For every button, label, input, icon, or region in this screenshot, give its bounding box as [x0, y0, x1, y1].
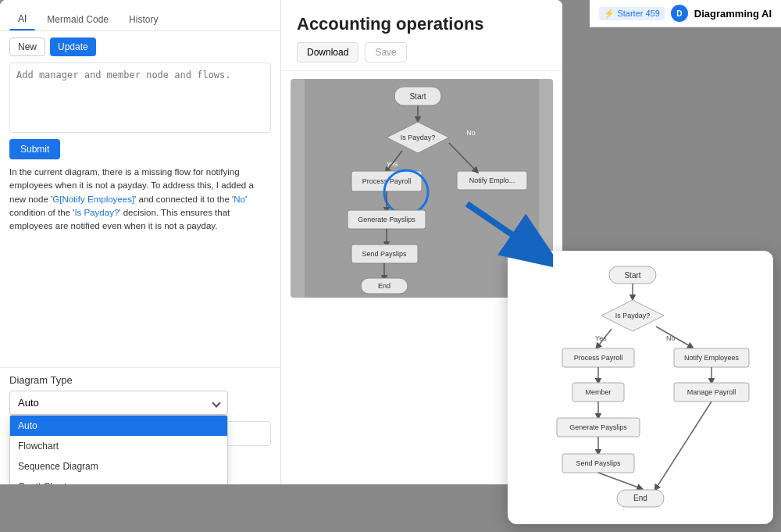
- diagram-type-section: Diagram Type Auto Auto Flowchart Sequenc…: [0, 367, 280, 484]
- download-button[interactable]: Download: [297, 42, 358, 62]
- save-button[interactable]: Save: [365, 42, 406, 62]
- svg-text:Is Payday?: Is Payday?: [615, 312, 651, 320]
- svg-text:Start: Start: [624, 271, 640, 280]
- top-bar: ⚡ Starter 459 D Diagramming AI: [590, 0, 781, 27]
- svg-text:Is Payday?: Is Payday?: [401, 134, 436, 141]
- svg-text:Yes: Yes: [595, 334, 607, 342]
- credits-count: 459: [645, 9, 659, 18]
- svg-text:Send Payslips: Send Payslips: [362, 250, 407, 258]
- action-bar: Download Save: [297, 42, 547, 62]
- dropdown-container: Auto Auto Flowchart Sequence Diagram Gan…: [9, 391, 228, 415]
- highlight-no: No: [234, 195, 245, 204]
- svg-line-52: [656, 402, 711, 488]
- diagram-type-label: Diagram Type: [9, 374, 271, 386]
- option-gantt[interactable]: Gantt Chart: [10, 477, 227, 484]
- app-window: AI Mermaid Code History New Update Submi…: [0, 0, 562, 484]
- info-text: In the current diagram, there is a missi…: [9, 166, 271, 239]
- highlight-decision: Is Payday?: [74, 208, 119, 217]
- svg-text:Send Payslips: Send Payslips: [576, 459, 621, 467]
- sidebar: AI Mermaid Code History New Update Submi…: [0, 0, 281, 484]
- svg-text:End: End: [378, 282, 390, 290]
- svg-text:Generate Payslips: Generate Payslips: [358, 216, 415, 223]
- svg-line-34: [656, 327, 691, 347]
- update-button[interactable]: Update: [50, 37, 96, 56]
- diagram-type-dropdown: Auto Flowchart Sequence Diagram Gantt Ch…: [9, 415, 228, 484]
- page-title: Accounting operations: [297, 14, 547, 34]
- starter-label: Starter: [617, 9, 643, 18]
- svg-text:Notify Emplo...: Notify Emplo...: [469, 177, 515, 184]
- svg-text:Process Payroll: Process Payroll: [574, 354, 623, 362]
- selected-option: Auto: [18, 397, 39, 409]
- content-header: Accounting operations Download Save: [281, 0, 562, 71]
- svg-text:No: No: [466, 129, 476, 137]
- svg-line-25: [467, 204, 553, 262]
- svg-text:End: End: [633, 494, 647, 502]
- svg-text:Manage Payroll: Manage Payroll: [687, 388, 736, 396]
- app-logo: D: [671, 5, 688, 22]
- flowchart-container: Start Is Payday? Yes No Process Payroll: [291, 79, 553, 298]
- svg-text:Generate Payslips: Generate Payslips: [569, 423, 627, 431]
- tab-history[interactable]: History: [120, 9, 166, 30]
- option-auto[interactable]: Auto: [10, 416, 227, 436]
- chevron-down-icon: [212, 398, 220, 407]
- tab-ai[interactable]: AI: [9, 8, 35, 30]
- main-input[interactable]: [9, 62, 271, 133]
- app-name-label: Diagramming AI: [694, 8, 772, 20]
- text-area-container: Submit In the current diagram, there is …: [0, 62, 280, 367]
- svg-text:Member: Member: [585, 388, 611, 396]
- second-diagram: Start Is Payday? Yes No Process Payroll …: [508, 251, 773, 524]
- starter-badge: ⚡ Starter 459: [599, 7, 664, 20]
- btn-row: New Update: [0, 31, 280, 62]
- option-sequence[interactable]: Sequence Diagram: [10, 456, 227, 477]
- option-flowchart[interactable]: Flowchart: [10, 436, 227, 456]
- second-flowchart: Start Is Payday? Yes No Process Payroll …: [519, 262, 761, 512]
- diagram-type-select[interactable]: Auto: [9, 391, 228, 415]
- blue-arrow: [459, 196, 553, 274]
- new-button[interactable]: New: [9, 37, 45, 56]
- tabs-row: AI Mermaid Code History: [0, 0, 280, 31]
- svg-text:Notify Employees: Notify Employees: [684, 354, 740, 362]
- highlight-node: G[Notify Employees]: [52, 195, 134, 204]
- submit-button-top[interactable]: Submit: [9, 139, 60, 159]
- tab-mermaid-code[interactable]: Mermaid Code: [38, 9, 117, 30]
- bolt-icon: ⚡: [604, 9, 615, 19]
- svg-line-46: [598, 473, 640, 488]
- svg-text:Start: Start: [409, 92, 426, 101]
